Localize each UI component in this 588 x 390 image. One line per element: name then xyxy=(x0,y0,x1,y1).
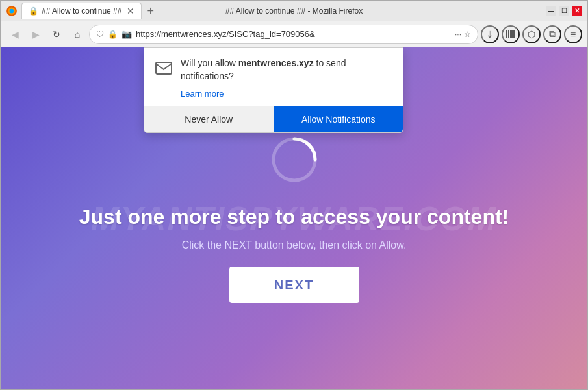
page-subtext: Click the NEXT button below, then click … xyxy=(182,239,407,251)
nav-extras: ⇓ ⬡ ⧉ ≡ xyxy=(481,25,582,43)
notification-icon xyxy=(155,58,173,80)
spinner-arc-svg xyxy=(268,134,320,186)
popup-body: Will you allow mentwrences.xyz to send n… xyxy=(144,48,403,106)
svg-rect-5 xyxy=(510,30,513,38)
menu-button[interactable]: ≡ xyxy=(564,25,582,43)
page-headline: Just one more step to access your conten… xyxy=(66,205,522,229)
active-tab[interactable]: 🔒 ## Allow to continue ## ✕ xyxy=(21,3,142,19)
maximize-button[interactable]: ☐ xyxy=(559,6,569,16)
address-bar-actions: ··· ☆ xyxy=(455,30,471,39)
minimize-icon: — xyxy=(548,7,554,14)
reload-button[interactable]: ↻ xyxy=(47,25,66,43)
forward-button[interactable]: ▶ xyxy=(27,25,45,43)
next-button[interactable]: NEXT xyxy=(229,267,359,303)
more-actions-button[interactable]: ··· xyxy=(455,30,461,39)
learn-more-link[interactable]: Learn more xyxy=(181,89,224,99)
notification-popup: Will you allow mentwrences.xyz to send n… xyxy=(144,47,403,133)
svg-rect-7 xyxy=(156,62,172,74)
tab-close-button[interactable]: ✕ xyxy=(127,6,134,16)
popup-question-prefix: Will you allow xyxy=(181,58,238,68)
shield-icon: 🛡 xyxy=(96,30,104,39)
library-button[interactable] xyxy=(502,25,520,43)
lock-icon: 🔒 xyxy=(108,30,118,39)
maximize-icon: ☐ xyxy=(561,7,567,14)
address-bar[interactable]: 🛡 🔒 📷 https://mentwrences.xyz/SISC?tag_i… xyxy=(89,25,478,44)
window-controls: — ☐ ✕ xyxy=(546,6,582,16)
tab-title: ## Allow to continue ## xyxy=(42,6,121,16)
extensions-button[interactable]: ⧉ xyxy=(543,25,561,43)
page-content: MYANTISPYWARE.COM Will you allow mentwre… xyxy=(1,47,587,389)
bookmark-button[interactable]: ☆ xyxy=(464,30,471,39)
close-button[interactable]: ✕ xyxy=(572,6,582,16)
window-title: ## Allow to continue ## - Mozilla Firefo… xyxy=(225,6,363,16)
popup-text-area: Will you allow mentwrences.xyz to send n… xyxy=(181,57,392,99)
url-text: https://mentwrences.xyz/SISC?tag_id=7090… xyxy=(136,29,451,39)
close-icon: ✕ xyxy=(574,7,580,14)
loading-spinner xyxy=(268,134,320,186)
synced-tabs-button[interactable]: ⬡ xyxy=(522,25,541,43)
svg-rect-4 xyxy=(508,30,509,38)
title-bar-left xyxy=(6,5,21,17)
firefox-icon xyxy=(6,5,18,17)
tab-favicon: 🔒 xyxy=(29,6,38,16)
popup-domain: mentwrences.xyz xyxy=(238,58,314,68)
popup-buttons: Never Allow Allow Notifications xyxy=(144,106,403,132)
download-button[interactable]: ⇓ xyxy=(481,25,499,43)
svg-rect-3 xyxy=(506,30,507,38)
never-allow-button[interactable]: Never Allow xyxy=(144,106,274,132)
popup-question: Will you allow mentwrences.xyz to send n… xyxy=(181,57,392,82)
new-tab-button[interactable]: + xyxy=(143,5,158,17)
browser-window: 🔒 ## Allow to continue ## ✕ + ## Allow t… xyxy=(0,0,588,390)
svg-point-2 xyxy=(10,8,14,13)
nav-bar: ◀ ▶ ↻ ⌂ 🛡 🔒 📷 https://mentwrences.xyz/SI… xyxy=(1,21,587,47)
camera-icon: 📷 xyxy=(121,29,132,39)
home-button[interactable]: ⌂ xyxy=(68,25,86,43)
allow-notifications-button[interactable]: Allow Notifications xyxy=(274,106,403,132)
title-bar: 🔒 ## Allow to continue ## ✕ + ## Allow t… xyxy=(1,1,587,21)
svg-rect-6 xyxy=(513,30,515,38)
back-button[interactable]: ◀ xyxy=(6,25,24,43)
minimize-button[interactable]: — xyxy=(546,6,556,16)
